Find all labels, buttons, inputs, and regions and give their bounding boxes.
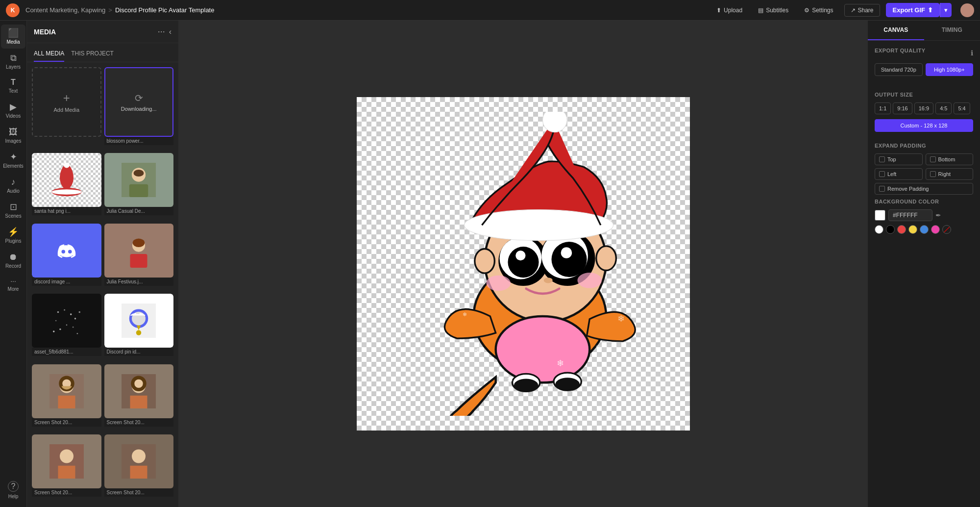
media-thumbnail-screenshot2[interactable] xyxy=(104,364,174,418)
color-preset-white[interactable] xyxy=(875,225,883,234)
downloading-media-item[interactable]: ⟳ Downloading... xyxy=(104,67,174,137)
custom-size-button[interactable]: Custom - 128 x 128 xyxy=(875,119,973,132)
canvas-board[interactable]: ❄ ❄ ❄ ❄ ❄ ❄ ❄ xyxy=(357,97,690,431)
list-item: Screen Shot 20... xyxy=(104,364,174,432)
color-swatch-preview[interactable] xyxy=(875,210,885,221)
color-preset-yellow[interactable] xyxy=(908,225,917,234)
media-thumbnail-screenshot3[interactable] xyxy=(32,434,101,488)
media-options-button[interactable]: ··· xyxy=(158,26,165,37)
expand-padding-section: EXPAND PADDING Top Bottom Left Right xyxy=(868,136,980,199)
app-logo: K xyxy=(6,3,20,17)
share-button[interactable]: ↗ Share xyxy=(844,4,880,17)
right-panel: CANVAS TIMING EXPORT QUALITY ℹ Standard … xyxy=(867,21,980,507)
color-preset-blue[interactable] xyxy=(920,225,929,234)
svg-rect-33 xyxy=(58,396,75,408)
subtitles-button[interactable]: ▤ Subtitles xyxy=(753,4,793,16)
sidebar-item-elements[interactable]: ✦ Elements xyxy=(1,149,25,173)
padding-left-button[interactable]: Left xyxy=(875,168,923,180)
sidebar-item-plugins[interactable]: ⚡ Plugins xyxy=(1,224,25,248)
color-preset-pink[interactable] xyxy=(931,225,940,234)
media-thumbnail-discord[interactable] xyxy=(32,224,101,278)
color-hex-input[interactable] xyxy=(888,209,932,221)
plugins-icon: ⚡ xyxy=(8,228,19,236)
checkbox-top xyxy=(879,156,885,162)
elements-icon: ✦ xyxy=(10,152,17,161)
checkbox-left xyxy=(879,171,885,177)
svg-point-18 xyxy=(70,313,72,315)
media-panel: MEDIA ··· ‹ ALL MEDIA THIS PROJECT + Add… xyxy=(27,21,179,507)
tab-canvas[interactable]: CANVAS xyxy=(868,21,924,40)
svg-point-68 xyxy=(542,112,567,132)
media-thumbnail-screenshot1[interactable] xyxy=(32,364,101,418)
quality-buttons: Standard 720p High 1080p+ xyxy=(875,63,973,76)
svg-point-30 xyxy=(136,330,142,335)
size-1-1-button[interactable]: 1:1 xyxy=(875,102,891,114)
media-panel-close-button[interactable]: ‹ xyxy=(169,27,172,36)
export-dropdown-button[interactable]: ▾ xyxy=(940,3,952,17)
color-preset-transparent[interactable] xyxy=(942,225,951,234)
size-4-5-button[interactable]: 4:5 xyxy=(935,102,952,114)
padding-top-button[interactable]: Top xyxy=(875,153,923,165)
subtitles-icon: ▤ xyxy=(758,7,763,14)
tab-all-media[interactable]: ALL MEDIA xyxy=(34,47,64,62)
svg-point-14 xyxy=(133,238,145,247)
svg-text:❄: ❄ xyxy=(463,311,467,317)
media-thumbnail-julia-festivus[interactable] xyxy=(104,224,174,278)
sidebar-item-media[interactable]: ⬛ Media xyxy=(1,25,25,49)
sidebar-item-scenes[interactable]: ⊡ Scenes xyxy=(1,199,25,223)
quality-standard-button[interactable]: Standard 720p xyxy=(875,63,923,76)
svg-rect-5 xyxy=(129,184,148,197)
images-icon: 🖼 xyxy=(9,127,18,136)
size-9-16-button[interactable]: 9:16 xyxy=(893,102,912,114)
sidebar-item-layers[interactable]: ⧉ Layers xyxy=(1,50,25,74)
tab-timing[interactable]: TIMING xyxy=(924,21,980,40)
info-icon[interactable]: ℹ xyxy=(971,49,973,57)
sidebar-item-text[interactable]: T Text xyxy=(1,75,25,98)
breadcrumb-parent[interactable]: Content Marketing, Kapwing xyxy=(25,6,105,14)
more-icon: ··· xyxy=(10,278,16,284)
padding-bottom-button[interactable]: Bottom xyxy=(926,153,974,165)
media-thumbnail-julia-casual[interactable] xyxy=(104,153,174,207)
size-16-9-button[interactable]: 16:9 xyxy=(914,102,933,114)
quality-high-button[interactable]: High 1080p+ xyxy=(926,63,974,76)
add-media-button[interactable]: + Add Media xyxy=(32,67,101,137)
svg-point-52 xyxy=(551,242,587,277)
sidebar-item-images[interactable]: 🖼 Images xyxy=(1,124,25,148)
svg-rect-15 xyxy=(49,304,84,338)
eyedropper-icon[interactable]: ✒ xyxy=(935,211,941,219)
export-gif-button[interactable]: Export GIF ⬆ xyxy=(886,3,940,17)
tab-this-project[interactable]: THIS PROJECT xyxy=(71,47,114,62)
media-thumbnail-santa-hat[interactable] xyxy=(32,153,101,207)
sidebar-item-videos[interactable]: ▶ Videos xyxy=(1,99,25,123)
user-avatar[interactable] xyxy=(960,3,974,17)
size-ratio-buttons: 1:1 9:16 16:9 4:5 5:4 xyxy=(875,102,973,114)
layers-icon: ⧉ xyxy=(10,53,17,62)
size-5-4-button[interactable]: 5:4 xyxy=(954,102,970,114)
background-color-title: BACKGROUND COLOR xyxy=(875,199,973,204)
settings-button[interactable]: ⚙ Settings xyxy=(799,4,838,16)
media-thumbnail-screenshot4[interactable] xyxy=(104,434,174,488)
svg-text:❄: ❄ xyxy=(473,346,482,357)
media-thumbnail-discord-pin[interactable] xyxy=(104,294,174,348)
export-quality-section: EXPORT QUALITY ℹ Standard 720p High 1080… xyxy=(868,41,980,85)
color-preset-red[interactable] xyxy=(897,225,906,234)
remove-padding-button[interactable]: Remove Padding xyxy=(875,183,973,195)
list-item: Julia Festivus.j... xyxy=(104,224,174,291)
upload-button[interactable]: ⬆ Upload xyxy=(711,4,747,16)
main-layout: ⬛ Media ⧉ Layers T Text ▶ Videos 🖼 Image… xyxy=(0,21,980,507)
svg-point-67 xyxy=(464,210,613,241)
record-icon: ⏺ xyxy=(9,253,18,261)
svg-point-56 xyxy=(577,273,602,288)
sidebar-item-audio[interactable]: ♪ Audio xyxy=(1,174,25,198)
padding-right-button[interactable]: Right xyxy=(926,168,974,180)
canvas-character: ❄ ❄ ❄ ❄ ❄ ❄ ❄ xyxy=(357,97,690,431)
media-thumbnail-asset[interactable] xyxy=(32,294,101,348)
expand-padding-title: EXPAND PADDING xyxy=(875,143,973,149)
sidebar-item-more[interactable]: ··· More xyxy=(1,274,25,296)
svg-point-23 xyxy=(73,327,74,328)
svg-text:❄: ❄ xyxy=(556,358,564,368)
sidebar-item-help[interactable]: ? Help xyxy=(1,477,25,503)
media-panel-title: MEDIA xyxy=(34,28,56,36)
sidebar-item-record[interactable]: ⏺ Record xyxy=(1,249,25,273)
color-preset-black[interactable] xyxy=(886,225,895,234)
